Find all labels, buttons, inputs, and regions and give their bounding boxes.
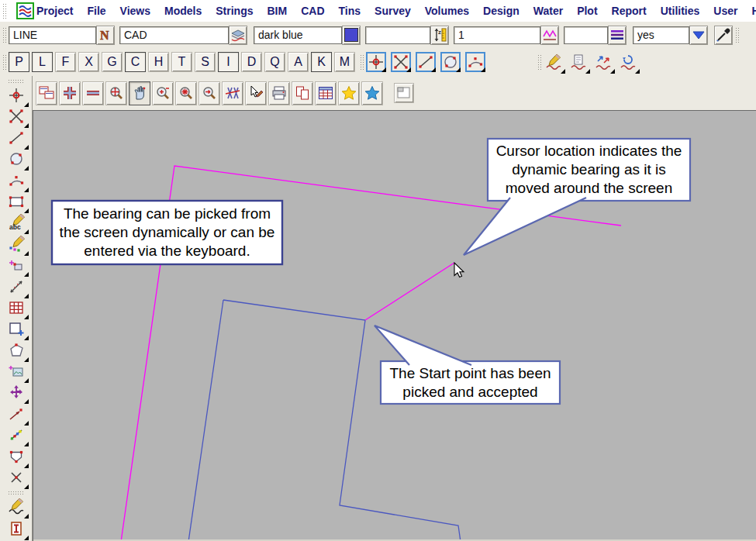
- snap-toggle-x[interactable]: X: [78, 52, 99, 72]
- toolbar-drag-handle[interactable]: [8, 79, 25, 83]
- star-yellow-icon[interactable]: [338, 81, 360, 105]
- toolbar-drag-handle[interactable]: [735, 27, 739, 43]
- cross-string-icon[interactable]: [5, 106, 27, 126]
- point-snap-icon[interactable]: [366, 52, 386, 72]
- blue-string-2[interactable]: [188, 300, 223, 541]
- model-layers-button[interactable]: [229, 26, 247, 45]
- pencil-wave2-icon[interactable]: [5, 497, 27, 517]
- height-input[interactable]: [365, 26, 430, 44]
- menu-water[interactable]: Water: [526, 5, 570, 17]
- snap-toggle-i[interactable]: I: [218, 52, 239, 72]
- plus-icon[interactable]: [59, 81, 81, 105]
- point-arrow-icon[interactable]: [5, 404, 27, 424]
- name-n-button[interactable]: N: [96, 26, 115, 45]
- window-small-icon[interactable]: [394, 83, 414, 103]
- zoom-previous-icon[interactable]: [198, 81, 220, 105]
- snap-toggle-p[interactable]: P: [9, 52, 29, 72]
- style-input[interactable]: [564, 26, 608, 44]
- name-input[interactable]: [9, 26, 96, 44]
- tile-windows-icon[interactable]: [36, 81, 57, 105]
- menu-utilities[interactable]: Utilities: [654, 5, 707, 17]
- menu-cad[interactable]: CAD: [294, 5, 331, 17]
- blue-string[interactable]: [223, 300, 461, 541]
- printer-icon[interactable]: [268, 81, 290, 105]
- menu-report[interactable]: Report: [605, 5, 654, 17]
- snap-toggle-l[interactable]: L: [32, 52, 53, 72]
- symbol-pencil-icon[interactable]: [5, 234, 27, 254]
- line-snap-icon[interactable]: [416, 52, 436, 72]
- model-input[interactable]: [119, 26, 229, 44]
- snap-toggle-g[interactable]: G: [102, 52, 123, 72]
- snap-toggle-s[interactable]: S: [195, 52, 216, 72]
- copy-pages-icon[interactable]: [292, 81, 313, 105]
- x-delete-icon[interactable]: [5, 467, 27, 488]
- menu-bim[interactable]: BIM: [261, 5, 295, 17]
- arc-icon[interactable]: [5, 171, 27, 191]
- drawing-canvas[interactable]: The bearing can be picked from the scree…: [33, 110, 756, 541]
- pencil-wave-icon[interactable]: [544, 52, 564, 72]
- weight-button[interactable]: [540, 26, 559, 45]
- pen-dropdown-button[interactable]: [689, 26, 708, 45]
- menu-strings[interactable]: Strings: [209, 5, 260, 17]
- arc-snap-icon[interactable]: [465, 52, 485, 72]
- toolbar-drag-handle[interactable]: [2, 3, 6, 19]
- height-z-button[interactable]: z: [430, 26, 449, 45]
- menu-tins[interactable]: Tins: [332, 5, 368, 17]
- menu-help[interactable]: Help: [744, 5, 756, 17]
- measure-icon[interactable]: [5, 277, 27, 297]
- snap-toggle-m[interactable]: M: [334, 52, 355, 72]
- colour-input[interactable]: [254, 26, 342, 44]
- snap-toggle-q[interactable]: Q: [264, 52, 285, 72]
- menu-survey[interactable]: Survey: [368, 5, 418, 17]
- colour-swatch-button[interactable]: [342, 26, 361, 45]
- polygon-shape-icon[interactable]: [5, 446, 27, 467]
- snap-toggle-k[interactable]: K: [311, 52, 332, 72]
- menu-user[interactable]: User: [706, 5, 744, 17]
- snap-toggle-h[interactable]: H: [148, 52, 169, 72]
- menu-models[interactable]: Models: [157, 5, 209, 17]
- grid-icon[interactable]: [5, 298, 27, 318]
- text-abc-icon[interactable]: abc: [5, 212, 27, 233]
- cross-snap-icon[interactable]: [391, 52, 411, 72]
- snap-toggle-d[interactable]: D: [241, 52, 262, 72]
- menu-project[interactable]: Project: [36, 5, 80, 17]
- delete-views-icon[interactable]: [222, 81, 243, 105]
- zoom-extents-icon[interactable]: [105, 81, 127, 105]
- toolbar-drag-handle[interactable]: [537, 54, 541, 70]
- pen-input[interactable]: [633, 26, 689, 44]
- arrows-wave-icon[interactable]: [593, 52, 613, 72]
- menu-design[interactable]: Design: [476, 5, 526, 17]
- menu-volumes[interactable]: Volumes: [418, 5, 476, 17]
- point-rect-icon[interactable]: [5, 255, 27, 275]
- brush-arrow-icon[interactable]: [245, 81, 267, 105]
- snap-toggle-c[interactable]: C: [125, 52, 146, 72]
- spin-wave-icon[interactable]: [618, 52, 638, 72]
- pick-attributes-button[interactable]: [714, 26, 733, 45]
- snap-toggle-a[interactable]: A: [288, 52, 309, 72]
- text-cursor-icon[interactable]: [5, 519, 27, 539]
- menu-views[interactable]: Views: [113, 5, 157, 17]
- toolbar-drag-handle[interactable]: [360, 54, 364, 70]
- rectangle-icon[interactable]: [5, 191, 27, 212]
- star-blue-icon[interactable]: [361, 81, 383, 105]
- snap-toggle-t[interactable]: T: [171, 52, 192, 72]
- toolbar-drag-handle[interactable]: [2, 27, 6, 43]
- snap-toggle-f[interactable]: F: [55, 52, 76, 72]
- toolbar-drag-handle[interactable]: [2, 54, 6, 70]
- weight-input[interactable]: [454, 26, 540, 44]
- page-wave-icon[interactable]: [568, 52, 589, 72]
- polygon-icon[interactable]: [5, 340, 27, 360]
- menu-plot[interactable]: Plot: [570, 5, 604, 17]
- dynamic-bearing-line[interactable]: [365, 263, 454, 320]
- zoom-burst-icon[interactable]: [175, 81, 197, 105]
- image-plus-icon[interactable]: [5, 361, 27, 381]
- minus-icon[interactable]: [82, 81, 104, 105]
- rect-plus-icon[interactable]: [5, 319, 27, 339]
- menu-file[interactable]: File: [80, 5, 112, 17]
- circle-icon[interactable]: [5, 149, 27, 169]
- line-string-icon[interactable]: [5, 128, 27, 148]
- toolbar-drag-handle[interactable]: [8, 491, 25, 494]
- grid-table-icon[interactable]: [315, 81, 337, 105]
- move-4way-icon[interactable]: [5, 382, 27, 402]
- pan-hand-icon[interactable]: [129, 81, 150, 105]
